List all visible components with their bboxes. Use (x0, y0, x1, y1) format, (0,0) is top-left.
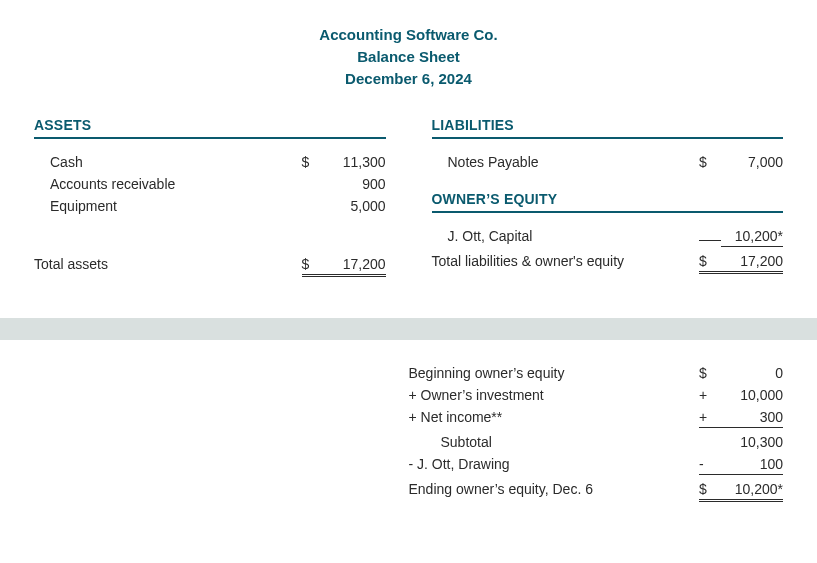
currency-symbol: $ (699, 253, 721, 274)
reconcile-label: + Owner’s investment (409, 387, 700, 403)
reconcile-label: Beginning owner’s equity (409, 365, 700, 381)
asset-line: Equipment 5,000 (34, 195, 386, 217)
currency-symbol: $ (302, 154, 324, 170)
balance-sheet: Accounting Software Co. Balance Sheet De… (0, 0, 817, 290)
asset-label: Cash (34, 154, 302, 170)
reconcile-symbol: $ (699, 365, 721, 381)
reconcile-amount: 300 (721, 409, 783, 428)
reconcile-label: Subtotal (409, 434, 700, 450)
company-name: Accounting Software Co. (34, 24, 783, 46)
equity-amount: 10,200* (721, 228, 783, 247)
total-assets-label: Total assets (34, 256, 302, 272)
report-title: Balance Sheet (34, 46, 783, 68)
reconcile-line: Beginning owner’s equity $ 0 (409, 362, 784, 384)
total-assets-row: Total assets $ 17,200 (34, 253, 386, 280)
reconcile-ending: Ending owner’s equity, Dec. 6 $ 10,200* (409, 478, 784, 505)
reconcile-amount: 10,300 (721, 434, 783, 450)
asset-line: Accounts receivable 900 (34, 173, 386, 195)
reconcile-amount: 10,200* (721, 481, 783, 502)
reconcile-amount: 100 (721, 456, 783, 475)
asset-amount: 900 (324, 176, 386, 192)
liability-line: Notes Payable $ 7,000 (432, 151, 784, 173)
reconcile-line: + Owner’s investment + 10,000 (409, 384, 784, 406)
equity-label: J. Ott, Capital (432, 228, 700, 244)
asset-amount: 11,300 (324, 154, 386, 170)
assets-column: ASSETS Cash $ 11,300 Accounts receivable… (34, 117, 386, 280)
equity-heading: OWNER’S EQUITY (432, 191, 784, 213)
liability-amount: 7,000 (721, 154, 783, 170)
section-divider (0, 318, 817, 340)
currency-symbol: $ (302, 256, 324, 277)
total-liab-equity-amount: 17,200 (721, 253, 783, 274)
report-date: December 6, 2024 (34, 68, 783, 90)
equity-reconciliation: Beginning owner’s equity $ 0 + Owner’s i… (0, 340, 817, 535)
reconcile-line: + Net income** + 300 (409, 406, 784, 431)
liabilities-heading: LIABILITIES (432, 117, 784, 139)
reconcile-symbol: $ (699, 481, 721, 502)
total-liab-equity-label: Total liabilities & owner's equity (432, 253, 700, 269)
total-assets-amount: 17,200 (324, 256, 386, 277)
liab-equity-column: LIABILITIES Notes Payable $ 7,000 OWNER’… (432, 117, 784, 280)
assets-heading: ASSETS (34, 117, 386, 139)
reconciliation-table: Beginning owner’s equity $ 0 + Owner’s i… (409, 362, 784, 505)
reconcile-label: - J. Ott, Drawing (409, 456, 700, 472)
reconcile-line: - J. Ott, Drawing - 100 (409, 453, 784, 478)
equity-line: J. Ott, Capital 10,200* (432, 225, 784, 250)
reconcile-label: + Net income** (409, 409, 700, 425)
columns: ASSETS Cash $ 11,300 Accounts receivable… (34, 117, 783, 280)
asset-label: Accounts receivable (34, 176, 302, 192)
asset-line: Cash $ 11,300 (34, 151, 386, 173)
liability-label: Notes Payable (432, 154, 700, 170)
reconcile-label: Ending owner’s equity, Dec. 6 (409, 481, 700, 497)
reconcile-amount: 10,000 (721, 387, 783, 403)
reconcile-symbol: + (699, 387, 721, 403)
currency-symbol: $ (699, 154, 721, 170)
asset-amount: 5,000 (324, 198, 386, 214)
report-header: Accounting Software Co. Balance Sheet De… (34, 24, 783, 89)
asset-label: Equipment (34, 198, 302, 214)
reconcile-amount: 0 (721, 365, 783, 381)
total-liab-equity-row: Total liabilities & owner's equity $ 17,… (432, 250, 784, 277)
reconcile-symbol: - (699, 456, 721, 475)
reconcile-symbol: + (699, 409, 721, 428)
currency-symbol (699, 238, 721, 241)
reconcile-subtotal: Subtotal 10,300 (409, 431, 784, 453)
